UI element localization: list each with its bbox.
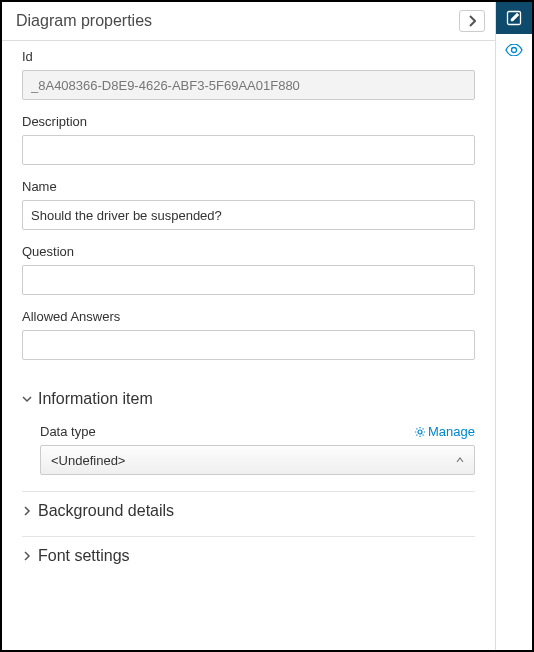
description-label: Description bbox=[22, 114, 475, 129]
id-label: Id bbox=[22, 49, 475, 64]
view-tab-button[interactable] bbox=[496, 34, 532, 66]
section-title-background-details: Background details bbox=[38, 502, 174, 520]
edit-icon bbox=[506, 10, 522, 26]
data-type-label: Data type bbox=[40, 424, 96, 439]
allowed-answers-label: Allowed Answers bbox=[22, 309, 475, 324]
field-name: Name bbox=[22, 179, 475, 230]
data-type-select[interactable]: <Undefined> bbox=[40, 445, 475, 475]
question-label: Question bbox=[22, 244, 475, 259]
edit-tab-button[interactable] bbox=[496, 2, 532, 34]
chevron-up-icon bbox=[456, 457, 464, 463]
section-title-information-item: Information item bbox=[38, 390, 153, 408]
gear-icon bbox=[414, 426, 426, 438]
data-type-row: Data type Manage bbox=[40, 424, 475, 439]
svg-point-0 bbox=[418, 430, 422, 434]
description-input[interactable] bbox=[22, 135, 475, 165]
svg-point-2 bbox=[512, 48, 517, 53]
name-input[interactable] bbox=[22, 200, 475, 230]
data-type-value: <Undefined> bbox=[51, 453, 125, 468]
side-rail bbox=[496, 2, 532, 650]
section-body-information-item: Data type Manage <Undefined> bbox=[22, 418, 475, 485]
panel-header: Diagram properties bbox=[2, 2, 495, 41]
section-header-background-details[interactable]: Background details bbox=[22, 491, 475, 530]
chevron-right-icon bbox=[22, 506, 38, 516]
section-title-font-settings: Font settings bbox=[38, 547, 130, 565]
field-description: Description bbox=[22, 114, 475, 165]
field-id: Id bbox=[22, 49, 475, 100]
panel-content: Id Description Name Question Allowed Ans… bbox=[2, 41, 495, 650]
collapse-panel-button[interactable] bbox=[459, 10, 485, 32]
question-input[interactable] bbox=[22, 265, 475, 295]
manage-link[interactable]: Manage bbox=[414, 424, 475, 439]
manage-link-label: Manage bbox=[428, 424, 475, 439]
section-header-font-settings[interactable]: Font settings bbox=[22, 536, 475, 575]
eye-icon bbox=[505, 44, 523, 56]
section-information-item: Information item Data type Manage <Undef… bbox=[22, 380, 475, 485]
field-allowed-answers: Allowed Answers bbox=[22, 309, 475, 360]
chevron-right-icon bbox=[22, 551, 38, 561]
section-header-information-item[interactable]: Information item bbox=[22, 380, 475, 418]
allowed-answers-input[interactable] bbox=[22, 330, 475, 360]
chevron-down-icon bbox=[22, 394, 38, 404]
id-input bbox=[22, 70, 475, 100]
properties-panel: Diagram properties Id Description Name Q… bbox=[2, 2, 496, 650]
name-label: Name bbox=[22, 179, 475, 194]
chevron-right-icon bbox=[468, 15, 476, 27]
field-question: Question bbox=[22, 244, 475, 295]
panel-title: Diagram properties bbox=[16, 12, 152, 30]
